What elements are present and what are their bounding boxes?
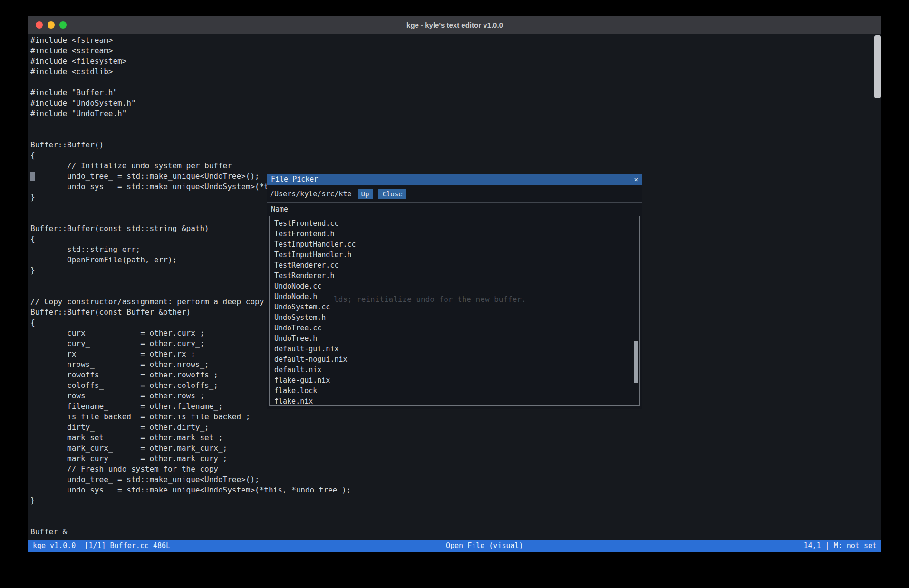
- code-line: {: [30, 150, 521, 161]
- code-line: Buffer &: [30, 527, 521, 537]
- code-line: mark_curx_ = other.mark_curx_;: [30, 443, 521, 453]
- code-line: [30, 516, 521, 527]
- file-item[interactable]: TestRenderer.h: [270, 270, 639, 281]
- code-line: #include "Buffer.h": [30, 87, 521, 98]
- file-picker-titlebar[interactable]: File Picker ✕: [267, 174, 642, 185]
- file-item[interactable]: TestRenderer.cc: [270, 260, 639, 270]
- status-cursor-position: 14,1 | M: not set: [803, 541, 877, 550]
- editor-scrollbar-thumb[interactable]: [874, 35, 881, 98]
- code-line: #include "UndoSystem.h": [30, 98, 521, 108]
- traffic-lights: [36, 16, 67, 34]
- name-column-header: Name: [267, 203, 642, 216]
- dialog-close-icon[interactable]: ✕: [634, 176, 638, 183]
- file-item[interactable]: UndoTree.cc: [270, 323, 639, 333]
- minimize-window-button[interactable]: [48, 21, 55, 29]
- code-line: mark_set_ = other.mark_set_;: [30, 433, 521, 443]
- code-line: }: [30, 495, 521, 506]
- code-line: mark_cury_ = other.mark_cury_;: [30, 453, 521, 464]
- close-button[interactable]: Close: [378, 189, 406, 199]
- up-button[interactable]: Up: [358, 189, 373, 199]
- file-item[interactable]: UndoNode.h: [270, 291, 639, 302]
- code-line: #include <sstream>: [30, 46, 521, 56]
- file-item[interactable]: UndoSystem.h: [270, 312, 639, 323]
- code-line: is_file_backed_ = other.is_file_backed_;: [30, 412, 521, 422]
- code-line: #include "UndoTree.h": [30, 108, 521, 119]
- file-items: TestFrontend.ccTestFrontend.hTestInputHa…: [270, 216, 639, 406]
- file-item[interactable]: TestInputHandler.cc: [270, 239, 639, 250]
- window-title: kge - kyle's text editor v1.0.0: [406, 21, 503, 29]
- file-item[interactable]: default-gui.nix: [270, 344, 639, 354]
- file-item[interactable]: UndoTree.h: [270, 333, 639, 344]
- code-line: undo_sys_ = std::make_unique<UndoSystem>…: [30, 485, 521, 495]
- code-line: #include <filesystem>: [30, 56, 521, 67]
- code-line: [30, 506, 521, 516]
- file-item[interactable]: TestInputHandler.h: [270, 250, 639, 260]
- file-item[interactable]: UndoNode.cc: [270, 281, 639, 291]
- zoom-window-button[interactable]: [59, 21, 67, 29]
- file-list-scrollbar-thumb[interactable]: [634, 341, 638, 383]
- close-window-button[interactable]: [36, 21, 43, 29]
- file-list: TestFrontend.ccTestFrontend.hTestInputHa…: [269, 216, 640, 406]
- code-line: undo_tree_ = std::make_unique<UndoTree>(…: [30, 474, 521, 485]
- text-cursor: [30, 172, 35, 181]
- code-line: dirty_ = other.dirty_;: [30, 422, 521, 433]
- file-item[interactable]: flake.nix: [270, 396, 639, 406]
- code-line: [30, 77, 521, 87]
- code-line: Buffer::Buffer(): [30, 140, 521, 150]
- file-item[interactable]: TestFrontend.h: [270, 229, 639, 239]
- file-item[interactable]: TestFrontend.cc: [270, 218, 639, 229]
- code-line: // Fresh undo system for the copy: [30, 464, 521, 474]
- code-line: // Initialize undo system per buffer: [30, 161, 521, 171]
- file-picker-dialog: File Picker ✕ /Users/kyle/src/kte Up Clo…: [267, 174, 642, 409]
- code-line: #include <cstdlib>: [30, 67, 521, 77]
- status-mode: Open File (visual): [446, 541, 523, 550]
- editor-window: kge - kyle's text editor v1.0.0 #include…: [28, 16, 881, 552]
- window-titlebar[interactable]: kge - kyle's text editor v1.0.0: [28, 16, 881, 34]
- status-file-info: kge v1.0.0 [1/1] Buffer.cc 486L: [33, 541, 170, 550]
- file-item[interactable]: flake-gui.nix: [270, 375, 639, 386]
- status-bar: kge v1.0.0 [1/1] Buffer.cc 486L Open Fil…: [28, 540, 881, 552]
- desktop: kge - kyle's text editor v1.0.0 #include…: [0, 0, 909, 588]
- file-picker-title: File Picker: [271, 175, 318, 183]
- file-item[interactable]: UndoSystem.cc: [270, 302, 639, 312]
- current-path: /Users/kyle/src/kte: [270, 190, 352, 198]
- file-item[interactable]: flake.lock: [270, 386, 639, 396]
- code-line: [30, 129, 521, 140]
- file-item[interactable]: default.nix: [270, 365, 639, 375]
- code-line: #include <fstream>: [30, 35, 521, 46]
- file-item[interactable]: default-nogui.nix: [270, 354, 639, 365]
- path-row: /Users/kyle/src/kte Up Close: [267, 185, 642, 203]
- code-line: [30, 119, 521, 129]
